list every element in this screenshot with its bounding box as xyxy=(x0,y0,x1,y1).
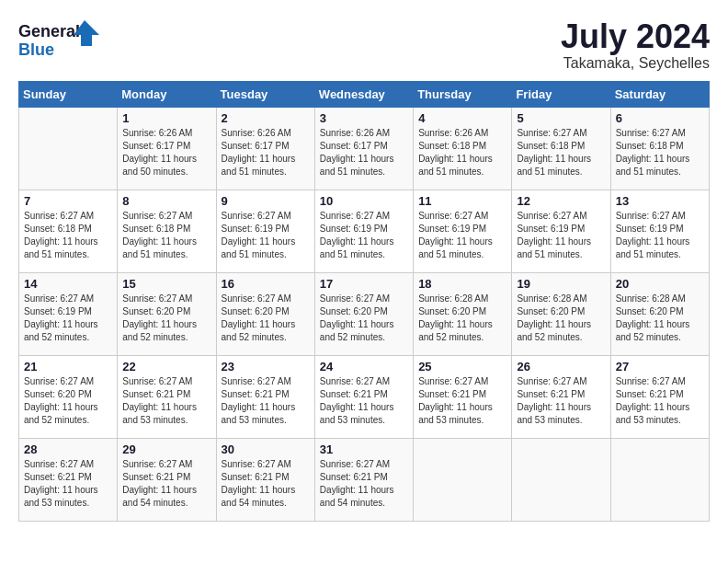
calendar-cell: 12Sunrise: 6:27 AM Sunset: 6:19 PM Dayli… xyxy=(512,190,610,272)
day-info: Sunrise: 6:27 AM Sunset: 6:20 PM Dayligh… xyxy=(320,293,408,344)
calendar-cell: 24Sunrise: 6:27 AM Sunset: 6:21 PM Dayli… xyxy=(314,355,413,438)
day-number: 20 xyxy=(616,277,704,291)
week-row-3: 14Sunrise: 6:27 AM Sunset: 6:19 PM Dayli… xyxy=(19,272,710,355)
day-number: 18 xyxy=(418,277,506,291)
day-number: 19 xyxy=(517,277,605,291)
calendar-cell: 28Sunrise: 6:27 AM Sunset: 6:21 PM Dayli… xyxy=(19,438,118,521)
calendar-cell: 25Sunrise: 6:27 AM Sunset: 6:21 PM Dayli… xyxy=(414,355,512,438)
day-info: Sunrise: 6:27 AM Sunset: 6:19 PM Dayligh… xyxy=(418,210,506,261)
day-number: 16 xyxy=(222,277,310,291)
calendar-cell: 4Sunrise: 6:26 AM Sunset: 6:18 PM Daylig… xyxy=(414,107,512,190)
day-info: Sunrise: 6:27 AM Sunset: 6:21 PM Dayligh… xyxy=(24,458,112,510)
calendar-cell: 13Sunrise: 6:27 AM Sunset: 6:19 PM Dayli… xyxy=(610,190,709,272)
calendar-cell: 9Sunrise: 6:27 AM Sunset: 6:19 PM Daylig… xyxy=(216,190,314,272)
day-info: Sunrise: 6:27 AM Sunset: 6:21 PM Dayligh… xyxy=(122,458,210,510)
day-number: 14 xyxy=(24,277,112,291)
week-row-1: 1Sunrise: 6:26 AM Sunset: 6:17 PM Daylig… xyxy=(19,107,710,190)
day-number: 23 xyxy=(222,360,310,373)
header-row: SundayMondayTuesdayWednesdayThursdayFrid… xyxy=(19,81,710,107)
day-info: Sunrise: 6:27 AM Sunset: 6:18 PM Dayligh… xyxy=(517,127,605,178)
calendar-cell: 3Sunrise: 6:26 AM Sunset: 6:17 PM Daylig… xyxy=(314,107,413,190)
day-header-monday: Monday xyxy=(118,81,216,107)
calendar-cell: 14Sunrise: 6:27 AM Sunset: 6:19 PM Dayli… xyxy=(19,272,118,355)
calendar-cell: 15Sunrise: 6:27 AM Sunset: 6:20 PM Dayli… xyxy=(118,272,216,355)
day-info: Sunrise: 6:27 AM Sunset: 6:21 PM Dayligh… xyxy=(122,375,210,427)
day-number: 26 xyxy=(517,360,605,373)
day-header-thursday: Thursday xyxy=(414,81,512,107)
day-number: 22 xyxy=(122,360,210,373)
calendar-cell: 6Sunrise: 6:27 AM Sunset: 6:18 PM Daylig… xyxy=(610,107,709,190)
calendar-cell xyxy=(512,438,610,521)
day-header-wednesday: Wednesday xyxy=(314,81,413,107)
calendar-cell: 19Sunrise: 6:28 AM Sunset: 6:20 PM Dayli… xyxy=(512,272,610,355)
calendar-cell: 26Sunrise: 6:27 AM Sunset: 6:21 PM Dayli… xyxy=(512,355,610,438)
day-info: Sunrise: 6:28 AM Sunset: 6:20 PM Dayligh… xyxy=(616,293,704,344)
day-header-saturday: Saturday xyxy=(610,81,709,107)
day-info: Sunrise: 6:27 AM Sunset: 6:21 PM Dayligh… xyxy=(418,375,506,427)
week-row-4: 21Sunrise: 6:27 AM Sunset: 6:20 PM Dayli… xyxy=(19,355,710,438)
location-subtitle: Takamaka, Seychelles xyxy=(561,55,710,72)
calendar-cell: 2Sunrise: 6:26 AM Sunset: 6:17 PM Daylig… xyxy=(216,107,314,190)
calendar-cell: 8Sunrise: 6:27 AM Sunset: 6:18 PM Daylig… xyxy=(118,190,216,272)
day-number: 8 xyxy=(122,194,210,208)
day-info: Sunrise: 6:27 AM Sunset: 6:19 PM Dayligh… xyxy=(517,210,605,261)
logo: GeneralBlue xyxy=(18,18,101,60)
day-info: Sunrise: 6:27 AM Sunset: 6:19 PM Dayligh… xyxy=(222,210,310,261)
day-info: Sunrise: 6:26 AM Sunset: 6:17 PM Dayligh… xyxy=(122,127,210,178)
day-info: Sunrise: 6:26 AM Sunset: 6:18 PM Dayligh… xyxy=(418,127,506,178)
title-block: July 2024 Takamaka, Seychelles xyxy=(561,18,710,72)
day-number: 4 xyxy=(418,111,506,125)
day-number: 25 xyxy=(418,360,506,373)
day-info: Sunrise: 6:27 AM Sunset: 6:21 PM Dayligh… xyxy=(616,375,704,427)
day-number: 1 xyxy=(122,111,210,125)
calendar-cell: 1Sunrise: 6:26 AM Sunset: 6:17 PM Daylig… xyxy=(118,107,216,190)
day-info: Sunrise: 6:27 AM Sunset: 6:18 PM Dayligh… xyxy=(616,127,704,178)
calendar-cell: 22Sunrise: 6:27 AM Sunset: 6:21 PM Dayli… xyxy=(118,355,216,438)
day-info: Sunrise: 6:27 AM Sunset: 6:20 PM Dayligh… xyxy=(24,375,112,427)
day-info: Sunrise: 6:27 AM Sunset: 6:18 PM Dayligh… xyxy=(24,210,112,261)
svg-text:General: General xyxy=(18,22,80,40)
day-number: 11 xyxy=(418,194,506,208)
calendar-cell: 21Sunrise: 6:27 AM Sunset: 6:20 PM Dayli… xyxy=(19,355,118,438)
calendar-cell: 7Sunrise: 6:27 AM Sunset: 6:18 PM Daylig… xyxy=(19,190,118,272)
week-row-2: 7Sunrise: 6:27 AM Sunset: 6:18 PM Daylig… xyxy=(19,190,710,272)
day-number: 15 xyxy=(122,277,210,291)
month-title: July 2024 xyxy=(561,18,710,55)
page-header: GeneralBlue July 2024 Takamaka, Seychell… xyxy=(18,18,710,72)
day-number: 9 xyxy=(222,194,310,208)
calendar-cell: 30Sunrise: 6:27 AM Sunset: 6:21 PM Dayli… xyxy=(216,438,314,521)
day-number: 28 xyxy=(24,442,112,456)
svg-text:Blue: Blue xyxy=(18,40,54,59)
day-number: 12 xyxy=(517,194,605,208)
calendar-cell: 5Sunrise: 6:27 AM Sunset: 6:18 PM Daylig… xyxy=(512,107,610,190)
calendar-cell: 29Sunrise: 6:27 AM Sunset: 6:21 PM Dayli… xyxy=(118,438,216,521)
week-row-5: 28Sunrise: 6:27 AM Sunset: 6:21 PM Dayli… xyxy=(19,438,710,521)
day-number: 17 xyxy=(320,277,408,291)
day-number: 7 xyxy=(24,194,112,208)
day-info: Sunrise: 6:27 AM Sunset: 6:19 PM Dayligh… xyxy=(24,293,112,344)
calendar-cell: 20Sunrise: 6:28 AM Sunset: 6:20 PM Dayli… xyxy=(610,272,709,355)
day-number: 6 xyxy=(616,111,704,125)
calendar-cell: 27Sunrise: 6:27 AM Sunset: 6:21 PM Dayli… xyxy=(610,355,709,438)
day-header-tuesday: Tuesday xyxy=(216,81,314,107)
day-info: Sunrise: 6:27 AM Sunset: 6:19 PM Dayligh… xyxy=(320,210,408,261)
day-number: 3 xyxy=(320,111,408,125)
calendar-cell xyxy=(19,107,118,190)
logo-svg: GeneralBlue xyxy=(18,18,101,60)
calendar-cell: 11Sunrise: 6:27 AM Sunset: 6:19 PM Dayli… xyxy=(414,190,512,272)
day-info: Sunrise: 6:27 AM Sunset: 6:20 PM Dayligh… xyxy=(222,293,310,344)
day-info: Sunrise: 6:27 AM Sunset: 6:21 PM Dayligh… xyxy=(517,375,605,427)
day-header-friday: Friday xyxy=(512,81,610,107)
calendar-cell: 10Sunrise: 6:27 AM Sunset: 6:19 PM Dayli… xyxy=(314,190,413,272)
calendar-table: SundayMondayTuesdayWednesdayThursdayFrid… xyxy=(18,81,710,522)
day-number: 10 xyxy=(320,194,408,208)
calendar-cell: 31Sunrise: 6:27 AM Sunset: 6:21 PM Dayli… xyxy=(314,438,413,521)
day-info: Sunrise: 6:26 AM Sunset: 6:17 PM Dayligh… xyxy=(222,127,310,178)
day-info: Sunrise: 6:28 AM Sunset: 6:20 PM Dayligh… xyxy=(418,293,506,344)
calendar-cell: 18Sunrise: 6:28 AM Sunset: 6:20 PM Dayli… xyxy=(414,272,512,355)
day-info: Sunrise: 6:27 AM Sunset: 6:19 PM Dayligh… xyxy=(616,210,704,261)
day-info: Sunrise: 6:27 AM Sunset: 6:20 PM Dayligh… xyxy=(122,293,210,344)
day-number: 13 xyxy=(616,194,704,208)
day-info: Sunrise: 6:27 AM Sunset: 6:21 PM Dayligh… xyxy=(222,375,310,427)
day-info: Sunrise: 6:26 AM Sunset: 6:17 PM Dayligh… xyxy=(320,127,408,178)
